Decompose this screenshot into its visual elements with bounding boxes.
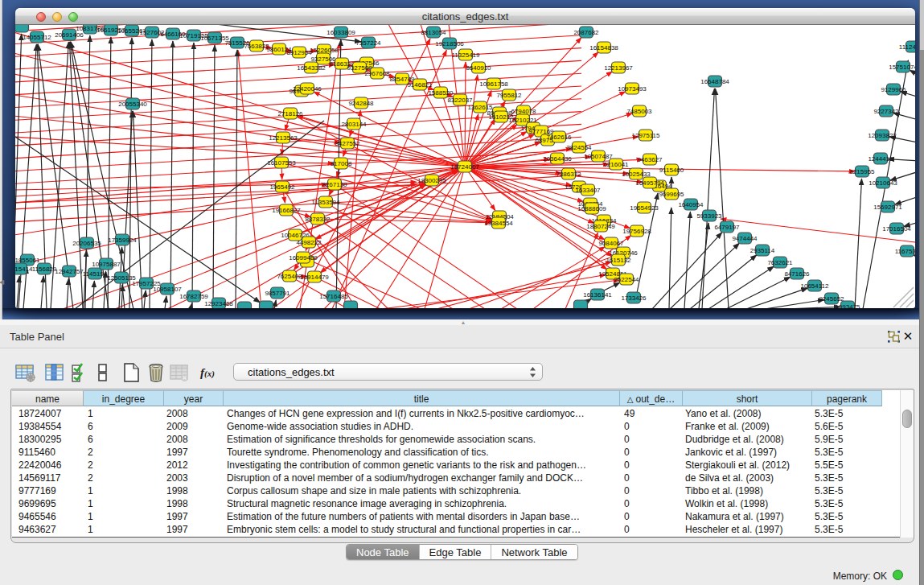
citation-edge-black[interactable] <box>746 288 807 308</box>
citation-edge-black[interactable] <box>67 278 68 308</box>
column-header-short[interactable]: short <box>683 390 812 406</box>
column-header-name[interactable]: name <box>12 390 84 406</box>
cell-in_degree[interactable]: 6 <box>88 433 162 446</box>
network-graph[interactable]: 1405571220691406108317861661925710655267… <box>15 25 915 308</box>
cell-name[interactable]: 18724007 <box>18 407 82 420</box>
cell-short[interactable]: Stergiakouli et al. (2012) <box>685 459 811 472</box>
tab-edge-table[interactable]: Edge Table <box>420 545 492 560</box>
citation-edge-black[interactable] <box>192 43 194 308</box>
table-row[interactable]: 1938455462009Genome-wide association stu… <box>12 420 900 433</box>
cell-title[interactable]: Changes of HCN gene expression and I(f) … <box>227 407 618 420</box>
select-attributes-icon[interactable] <box>71 362 92 383</box>
cell-title[interactable]: Disruption of a novel member of a sodium… <box>227 472 618 484</box>
cell-name[interactable]: 9777169 <box>18 484 82 497</box>
table-vertical-scrollbar[interactable] <box>900 390 914 538</box>
citation-edge-black[interactable] <box>41 276 43 308</box>
citation-edge-black[interactable] <box>702 89 714 308</box>
cell-year[interactable]: 1998 <box>166 484 222 497</box>
graph-node[interactable] <box>574 300 588 308</box>
cell-short[interactable]: Nakamura et al. (1997) <box>685 510 811 523</box>
cell-name[interactable]: 9465546 <box>18 510 82 523</box>
cell-short[interactable]: Dudbridge et al. (2008) <box>685 433 811 446</box>
citation-edge-red[interactable] <box>465 75 478 167</box>
cell-title[interactable]: Corpus callosum shape and size in male p… <box>227 484 618 497</box>
table-row[interactable]: 1830029562008Estimation of significance … <box>12 433 900 446</box>
cell-title[interactable]: Estimation of the future numbers of pati… <box>227 510 618 523</box>
cell-name[interactable]: 9463627 <box>18 523 82 536</box>
cell-pagerank[interactable]: 5.6E-5 <box>815 420 881 433</box>
cell-in_degree[interactable]: 2 <box>88 472 162 484</box>
cell-pagerank[interactable]: 5.3E-5 <box>815 446 881 459</box>
cell-in_degree[interactable]: 1 <box>88 484 162 497</box>
cell-in_degree[interactable]: 1 <box>88 510 162 523</box>
cell-name[interactable]: 9115460 <box>18 446 82 459</box>
cell-title[interactable]: Tourette syndrome. Phenomenology and cla… <box>227 446 618 459</box>
cell-pagerank[interactable]: 5.9E-5 <box>815 433 881 446</box>
cell-year[interactable]: 2008 <box>166 433 222 446</box>
citation-edge-black[interactable] <box>684 212 690 308</box>
cell-in_degree[interactable]: 1 <box>88 497 162 510</box>
window-titlebar[interactable]: citations_edges.txt <box>15 8 915 25</box>
show-columns-icon[interactable] <box>44 362 65 383</box>
citation-edge-black[interactable] <box>144 290 146 308</box>
table-row[interactable]: 977716911998Corpus callosum shape and si… <box>12 484 900 497</box>
table-row[interactable]: 1872400712008Changes of HCN gene express… <box>12 407 900 420</box>
row-height-icon[interactable] <box>92 362 113 383</box>
cell-out_de[interactable]: 0 <box>624 523 681 536</box>
scrollbar-thumb[interactable] <box>902 410 912 428</box>
graph-node[interactable] <box>344 301 358 308</box>
memory-status-indicator[interactable] <box>893 570 903 580</box>
cell-year[interactable]: 2003 <box>166 472 222 484</box>
citation-edge-black[interactable] <box>150 39 152 308</box>
table-row[interactable]: 911546021997Tourette syndrome. Phenomeno… <box>12 446 900 459</box>
cell-name[interactable]: 9699695 <box>18 497 82 510</box>
cell-title[interactable]: Genome-wide association studies in ADHD. <box>227 420 618 433</box>
citation-edge-black[interactable] <box>236 50 237 308</box>
table-row[interactable]: 1456911722003Disruption of a novel membe… <box>12 472 900 484</box>
cell-out_de[interactable]: 0 <box>624 497 681 510</box>
close-panel-icon[interactable]: ✕ <box>901 329 914 343</box>
cell-out_de[interactable]: 0 <box>624 510 681 523</box>
cell-year[interactable]: 1997 <box>166 510 222 523</box>
delete-table-icon[interactable] <box>169 362 190 383</box>
cell-pagerank[interactable]: 5.5E-5 <box>815 459 881 472</box>
column-header-year[interactable]: year <box>164 390 224 406</box>
cell-year[interactable]: 2009 <box>166 420 222 433</box>
tab-node-table[interactable]: Node Table <box>347 545 420 560</box>
splitter-handle-icon[interactable]: ▲ <box>458 319 468 325</box>
attribute-table[interactable]: namein_degreeyeartitle△out_de…shortpager… <box>12 390 901 538</box>
cell-short[interactable]: Jankovic et al. (1997) <box>685 446 811 459</box>
column-header-in_degree[interactable]: in_degree <box>84 390 164 406</box>
column-header-title[interactable]: title <box>224 390 620 406</box>
cell-short[interactable]: Hescheler et al. (1997) <box>685 523 811 536</box>
cell-name[interactable]: 18300295 <box>18 433 82 446</box>
left-panel-splitter[interactable]: ◀ <box>0 0 2 319</box>
cell-year[interactable]: 1997 <box>166 446 222 459</box>
cell-year[interactable]: 1998 <box>166 497 222 510</box>
table-row[interactable]: 969969511998Structural magnetic resonanc… <box>12 497 900 510</box>
cell-in_degree[interactable]: 1 <box>88 523 162 536</box>
citation-edge-red[interactable] <box>465 62 466 167</box>
cell-pagerank[interactable]: 5.3E-5 <box>815 407 881 420</box>
column-header-pagerank[interactable]: pagerank <box>812 390 882 406</box>
cell-title[interactable]: Estimation of significance thresholds fo… <box>227 433 618 446</box>
column-header-out_de[interactable]: △out_de… <box>620 390 683 406</box>
cell-title[interactable]: Embryonic stem cells: a model to study s… <box>227 523 618 536</box>
citation-edge-black[interactable] <box>165 296 166 308</box>
cell-short[interactable]: Tibbo et al. (1998) <box>685 484 811 497</box>
collapse-left-arrow-icon[interactable]: ◀ <box>0 278 3 286</box>
citation-edge-red[interactable] <box>314 92 465 167</box>
cell-out_de[interactable]: 0 <box>624 420 681 433</box>
float-panel-icon[interactable] <box>887 330 901 344</box>
horizontal-splitter[interactable]: ▲ <box>0 319 919 325</box>
cell-out_de[interactable]: 0 <box>624 484 681 497</box>
cell-title[interactable]: Investigating the contribution of common… <box>227 459 618 472</box>
cell-short[interactable]: Wolkin et al. (1998) <box>685 497 811 510</box>
window-resize-grip[interactable] <box>893 287 914 307</box>
network-canvas[interactable]: 1405571220691406108317861661925710655267… <box>15 25 915 308</box>
delete-columns-icon[interactable] <box>146 362 166 383</box>
cell-pagerank[interactable]: 5.3E-5 <box>815 497 881 510</box>
citation-edge-black[interactable] <box>786 307 840 308</box>
cell-out_de[interactable]: 0 <box>624 459 681 472</box>
cell-year[interactable]: 1997 <box>166 523 222 536</box>
